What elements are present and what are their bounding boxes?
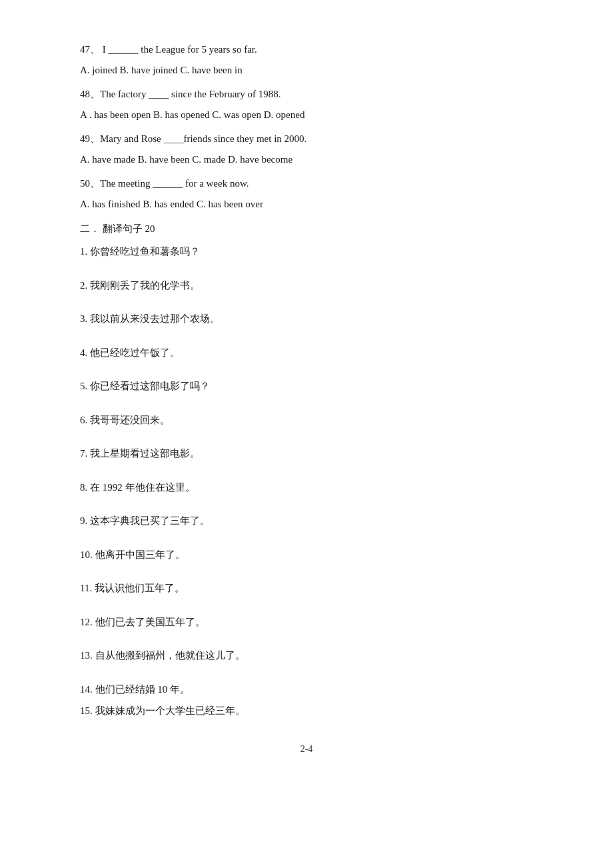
translation-8: 8. 在 1992 年他住在这里。 (80, 478, 533, 497)
translation-3: 3. 我以前从来没去过那个农场。 (80, 309, 533, 329)
t2-num: 2. (80, 280, 87, 291)
t8-text: 在 1992 年他住在这里。 (90, 482, 195, 493)
q50-options: A. has finished B. has ended C. has been… (80, 195, 533, 214)
t12-num: 12. (80, 617, 93, 627)
t3-num: 3. (80, 313, 87, 324)
translation-14: 14. 他们已经结婚 10 年。 (80, 680, 533, 699)
t14-num: 14. (80, 684, 93, 695)
translations-section: 1. 你曾经吃过鱼和薯条吗？ 2. 我刚刚丢了我的化学书。 3. 我以前从来没去… (80, 242, 533, 721)
t11-text: 我认识他们五年了。 (95, 583, 185, 593)
section2-header-text: 二． 翻译句子 20 (80, 223, 155, 234)
t14-text: 他们已经结婚 10 年。 (95, 684, 191, 695)
t6-text: 我哥哥还没回来。 (90, 415, 170, 425)
q48-text: 48、The factory ____ since the February o… (80, 89, 281, 99)
question-49: 49、Mary and Rose ____friends since they … (80, 129, 533, 149)
t13-text: 自从他搬到福州，他就住这儿了。 (95, 650, 245, 661)
translation-9: 9. 这本字典我已买了三年了。 (80, 511, 533, 531)
t5-text: 你已经看过这部电影了吗？ (90, 381, 210, 391)
q48-options: A . has been open B. has opened C. was o… (80, 105, 533, 125)
t10-num: 10. (80, 549, 93, 560)
t15-num: 15. (80, 705, 93, 716)
question-50: 50、The meeting ______ for a week now. (80, 174, 533, 193)
translation-12: 12. 他们已去了美国五年了。 (80, 613, 533, 632)
t1-text: 你曾经吃过鱼和薯条吗？ (90, 246, 200, 257)
translation-11: 11. 我认识他们五年了。 (80, 579, 533, 598)
t11-num: 11. (80, 583, 92, 593)
t9-num: 9. (80, 515, 87, 526)
question-47: 47、 I ______ the League for 5 years so f… (80, 40, 533, 59)
t10-text: 他离开中国三年了。 (95, 549, 185, 560)
section2-header: 二． 翻译句子 20 (80, 220, 533, 238)
t13-num: 13. (80, 650, 93, 661)
q47-options: A. joined B. have joined C. have been in (80, 61, 533, 80)
t9-text: 这本字典我已买了三年了。 (90, 515, 210, 526)
q47-text: 47、 I ______ the League for 5 years so f… (80, 44, 257, 55)
translation-15: 15. 我妹妹成为一个大学生已经三年。 (80, 701, 533, 721)
q47-options-text: A. joined B. have joined C. have been in (80, 65, 243, 75)
t8-num: 8. (80, 482, 87, 493)
q50-text: 50、The meeting ______ for a week now. (80, 178, 249, 189)
q48-options-text: A . has been open B. has opened C. was o… (80, 109, 305, 120)
translation-7: 7. 我上星期看过这部电影。 (80, 444, 533, 463)
t15-text: 我妹妹成为一个大学生已经三年。 (95, 705, 245, 716)
q49-options: A. have made B. have been C. made D. hav… (80, 150, 533, 169)
translation-2: 2. 我刚刚丢了我的化学书。 (80, 276, 533, 295)
t7-num: 7. (80, 448, 87, 459)
t12-text: 他们已去了美国五年了。 (95, 617, 205, 627)
t2-text: 我刚刚丢了我的化学书。 (90, 280, 200, 291)
translation-1: 1. 你曾经吃过鱼和薯条吗？ (80, 242, 533, 261)
translation-4: 4. 他已经吃过午饭了。 (80, 343, 533, 363)
page-number: 2-4 (80, 741, 533, 757)
t4-text: 他已经吃过午饭了。 (90, 347, 180, 358)
t6-num: 6. (80, 415, 87, 425)
t1-num: 1. (80, 246, 87, 257)
t7-text: 我上星期看过这部电影。 (90, 448, 200, 459)
q50-options-text: A. has finished B. has ended C. has been… (80, 199, 263, 209)
q49-options-text: A. have made B. have been C. made D. hav… (80, 154, 293, 165)
translation-10: 10. 他离开中国三年了。 (80, 545, 533, 565)
question-48: 48、The factory ____ since the February o… (80, 85, 533, 104)
translation-13: 13. 自从他搬到福州，他就住这儿了。 (80, 646, 533, 665)
page-number-text: 2-4 (301, 744, 313, 754)
q49-text: 49、Mary and Rose ____friends since they … (80, 133, 306, 144)
translation-5: 5. 你已经看过这部电影了吗？ (80, 377, 533, 396)
translation-6: 6. 我哥哥还没回来。 (80, 411, 533, 430)
t3-text: 我以前从来没去过那个农场。 (90, 313, 220, 324)
questions-section: 47、 I ______ the League for 5 years so f… (80, 40, 533, 213)
t4-num: 4. (80, 347, 87, 358)
t5-num: 5. (80, 381, 87, 391)
